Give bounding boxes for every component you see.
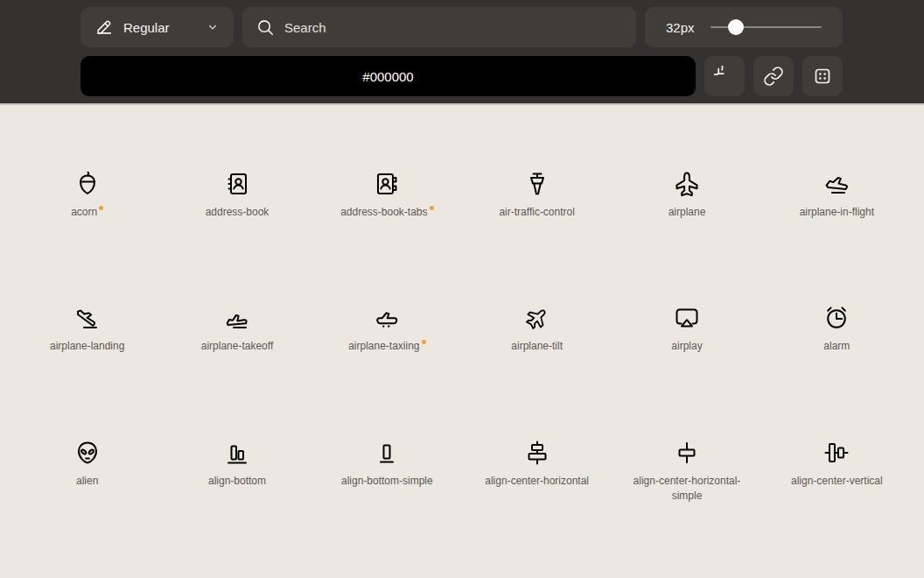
icon-label: align-center-horizontal bbox=[485, 474, 589, 489]
randomize-button[interactable] bbox=[802, 56, 843, 96]
icon-cell-airplane-tilt[interactable]: airplane-tilt bbox=[462, 304, 612, 354]
search-icon bbox=[256, 18, 275, 37]
airplay-icon bbox=[673, 304, 701, 332]
icon-label: address-book-tabs bbox=[340, 205, 433, 220]
new-badge-dot bbox=[422, 340, 426, 344]
size-slider-track[interactable] bbox=[710, 26, 822, 28]
icon-label: airplay bbox=[671, 339, 702, 354]
arrow-counter-clockwise-icon bbox=[714, 66, 735, 87]
search-input[interactable] bbox=[284, 20, 623, 35]
align-center-horizontal-simple-icon bbox=[673, 439, 701, 467]
align-bottom-icon bbox=[223, 439, 251, 467]
align-center-vertical-icon bbox=[822, 439, 850, 467]
icon-cell-align-bottom[interactable]: align-bottom bbox=[162, 439, 312, 504]
icon-cell-airplane-landing[interactable]: airplane-landing bbox=[12, 304, 162, 354]
link-icon bbox=[763, 66, 784, 87]
icon-cell-align-center-horizontal-simple[interactable]: align-center-horizontal-simple bbox=[612, 439, 761, 504]
address-book-icon bbox=[223, 170, 251, 198]
icon-cell-address-book-tabs[interactable]: address-book-tabs bbox=[312, 170, 462, 220]
chevron-down-icon bbox=[206, 20, 220, 34]
airplane-landing-icon bbox=[74, 304, 102, 332]
copy-link-button[interactable] bbox=[753, 56, 794, 96]
icon-label: align-bottom-simple bbox=[341, 474, 433, 489]
align-center-horizontal-icon bbox=[523, 439, 551, 467]
icon-cell-airplane-in-flight[interactable]: airplane-in-flight bbox=[762, 170, 912, 220]
toolbar: Regular 32px bbox=[0, 0, 924, 105]
icon-label: align-bottom bbox=[208, 474, 266, 489]
icon-label: air-traffic-control bbox=[499, 205, 574, 220]
icon-cell-alien[interactable]: alien bbox=[12, 439, 162, 504]
icon-cell-address-book[interactable]: address-book bbox=[162, 170, 312, 220]
size-control: 32px bbox=[645, 7, 843, 47]
reset-button[interactable] bbox=[704, 56, 745, 96]
icon-label: airplane-in-flight bbox=[800, 205, 874, 220]
icon-label: alarm bbox=[823, 339, 850, 354]
search-box bbox=[242, 7, 636, 47]
color-input[interactable] bbox=[80, 56, 696, 96]
icon-label: align-center-vertical bbox=[791, 474, 883, 489]
icon-cell-alarm[interactable]: alarm bbox=[762, 304, 912, 354]
icon-cell-airplane-takeoff[interactable]: airplane-takeoff bbox=[162, 304, 312, 354]
airplane-takeoff-icon bbox=[223, 304, 251, 332]
alarm-icon bbox=[822, 304, 850, 332]
icon-cell-align-center-horizontal[interactable]: align-center-horizontal bbox=[462, 439, 612, 504]
icon-label: airplane-landing bbox=[50, 339, 124, 354]
air-traffic-control-icon bbox=[523, 170, 551, 198]
new-badge-dot bbox=[99, 206, 103, 210]
icon-label: alien bbox=[76, 474, 98, 489]
airplane-in-flight-icon bbox=[822, 170, 850, 198]
weight-select[interactable]: Regular bbox=[80, 7, 234, 47]
acorn-icon bbox=[74, 170, 102, 198]
weight-select-value: Regular bbox=[123, 20, 170, 35]
icon-cell-align-center-vertical[interactable]: align-center-vertical bbox=[762, 439, 912, 504]
icon-label: address-book bbox=[206, 205, 270, 220]
icon-cell-airplay[interactable]: airplay bbox=[612, 304, 761, 354]
icon-label: airplane-takeoff bbox=[201, 339, 274, 354]
align-bottom-simple-icon bbox=[373, 439, 401, 467]
icon-label: airplane bbox=[668, 205, 706, 220]
icon-label: acorn bbox=[71, 205, 103, 220]
airplane-icon bbox=[673, 170, 701, 198]
icon-cell-acorn[interactable]: acorn bbox=[12, 170, 162, 220]
icon-label: align-center-horizontal-simple bbox=[626, 474, 747, 504]
airplane-taxiing-icon bbox=[373, 304, 401, 332]
icon-label: airplane-taxiing bbox=[348, 339, 425, 354]
icon-cell-align-bottom-simple[interactable]: align-bottom-simple bbox=[312, 439, 462, 504]
icon-cell-airplane[interactable]: airplane bbox=[612, 170, 761, 220]
size-slider-thumb[interactable] bbox=[728, 19, 744, 35]
address-book-tabs-icon bbox=[373, 170, 401, 198]
dice-icon bbox=[812, 66, 833, 87]
airplane-tilt-icon bbox=[523, 304, 551, 332]
icon-cell-air-traffic-control[interactable]: air-traffic-control bbox=[462, 170, 612, 220]
icon-label: airplane-tilt bbox=[511, 339, 563, 354]
icon-grid: acorn address-book address-book-tabs air… bbox=[0, 105, 924, 504]
pencil-icon bbox=[94, 18, 114, 37]
size-value-label: 32px bbox=[666, 20, 695, 35]
alien-icon bbox=[74, 439, 102, 467]
new-badge-dot bbox=[430, 206, 434, 210]
icon-cell-airplane-taxiing[interactable]: airplane-taxiing bbox=[312, 304, 462, 354]
